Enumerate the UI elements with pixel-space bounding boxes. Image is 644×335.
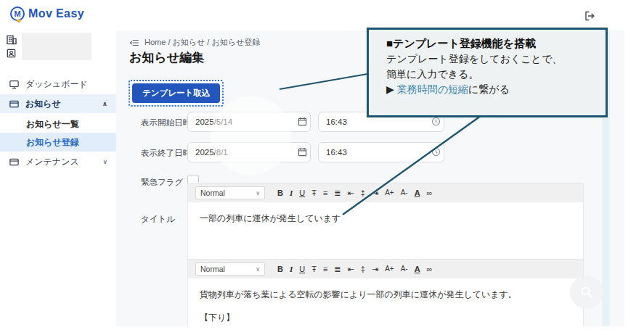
sidebar-item-notice[interactable]: お知らせ ∧ — [0, 94, 116, 113]
title-editor-content[interactable]: 一部の列車に運休が発生しています — [188, 202, 583, 234]
italic-button[interactable]: I — [290, 189, 293, 197]
bold-button[interactable]: B — [277, 265, 283, 273]
body-line: 貨物列車が落ち葉による空転の影響により一部の列車に運休が発生しています。 — [200, 288, 571, 301]
callout-title: ■テンプレート登録機能を搭載 — [386, 36, 600, 51]
end-time-input[interactable] — [318, 142, 444, 162]
callout-line: 簡単に入力できる。 — [386, 67, 600, 82]
callout-arrow: ▶ — [386, 83, 397, 95]
body-editor: Normal ∨ B I U Ŧ ≡ ≣ ⇤ ‡ ⇥ A+ A- A ∞ 貨物列… — [187, 259, 584, 326]
rich-text-toolbar: Normal ∨ B I U Ŧ ≡ ≣ ⇤ ‡ ⇥ A+ A- A ∞ — [188, 183, 583, 202]
sidebar-item-notice-register[interactable]: お知らせ登録 — [0, 133, 116, 152]
chevron-down-icon: ∨ — [256, 190, 260, 197]
sidebar-item-label: メンテナンス — [25, 156, 79, 168]
start-date-input[interactable] — [187, 112, 311, 132]
font-decrease-button[interactable]: A- — [401, 265, 408, 273]
strikethrough-button[interactable]: Ŧ — [311, 265, 317, 273]
link-button[interactable]: ∞ — [427, 189, 433, 197]
template-import-button[interactable]: テンプレート取込 — [132, 83, 220, 103]
callout-highlight-text: 業務時間の短縮 — [397, 83, 468, 95]
company-name-redacted — [22, 33, 91, 60]
sidebar-item-label: ダッシュボード — [25, 78, 88, 91]
paragraph-style-select[interactable]: Normal ∨ — [195, 186, 265, 199]
bullet-list-button[interactable]: ≡ — [323, 189, 327, 197]
callout-line: ▶ 業務時間の短縮に繋がる — [386, 82, 600, 97]
rich-text-toolbar: Normal ∨ B I U Ŧ ≡ ≣ ⇤ ‡ ⇥ A+ A- A ∞ — [188, 260, 583, 278]
sidebar: ダッシュボード お知らせ ∧ お知らせ一覧 お知らせ登録 メンテナンス ∨ — [0, 30, 116, 326]
sidebar-item-maintenance[interactable]: メンテナンス ∨ — [0, 152, 116, 171]
link-button[interactable]: ∞ — [427, 265, 433, 273]
body-line: 【下り】 — [200, 311, 571, 324]
end-date-input[interactable] — [187, 142, 311, 162]
sidebar-item-label: お知らせ登録 — [26, 136, 79, 149]
paragraph-style-select[interactable]: Normal ∨ — [195, 262, 265, 276]
top-header: M Mov Easy — [0, 0, 644, 30]
sidebar-item-dashboard[interactable]: ダッシュボード — [0, 75, 116, 94]
breadcrumb-path: Home / お知らせ / お知らせ登録 — [144, 37, 260, 48]
underline-button[interactable]: U — [299, 265, 305, 273]
annotation-callout: ■テンプレート登録機能を搭載 テンプレート登録をしておくことで、 簡単に入力でき… — [367, 28, 608, 117]
outdent-button[interactable]: ⇤ — [348, 265, 354, 273]
indent-button[interactable]: ⇥ — [372, 265, 378, 273]
logo-text: Mov Easy — [28, 7, 84, 20]
notice-icon — [9, 99, 20, 109]
display-end-label: 表示終了日時 — [141, 148, 191, 159]
font-increase-button[interactable]: A+ — [385, 265, 394, 273]
sidebar-item-label: お知らせ — [25, 98, 61, 110]
strikethrough-button[interactable]: Ŧ — [311, 189, 317, 197]
organization-icon — [6, 34, 17, 46]
dashboard-icon — [9, 79, 20, 90]
bold-button[interactable]: B — [277, 189, 283, 197]
ordered-list-button[interactable]: ≣ — [334, 189, 341, 197]
line-spacing-button[interactable]: ‡ — [361, 265, 365, 273]
sidebar-item-label: お知らせ一覧 — [26, 118, 79, 131]
logout-icon[interactable] — [584, 10, 595, 22]
app-window: M Mov Easy — [0, 0, 644, 335]
chevron-down-icon[interactable]: ∨ — [102, 158, 107, 165]
italic-button[interactable]: I — [290, 265, 293, 273]
breadcrumb[interactable]: Home / お知らせ / お知らせ登録 — [129, 37, 260, 48]
callout-suffix: に繋がる — [468, 83, 510, 95]
user-badge-icon — [6, 48, 17, 59]
template-import-highlight: テンプレート取込 — [129, 80, 224, 107]
outdent-button[interactable]: ⇤ — [348, 189, 354, 197]
bullet-list-button[interactable]: ≡ — [323, 265, 327, 273]
breadcrumb-back-icon — [129, 38, 139, 48]
maintenance-icon — [9, 157, 20, 168]
chevron-down-icon: ∨ — [256, 266, 260, 273]
display-start-label: 表示開始日時 — [141, 117, 191, 128]
font-decrease-button[interactable]: A- — [401, 189, 408, 197]
urgent-flag-label: 緊急フラグ — [141, 177, 183, 188]
ordered-list-button[interactable]: ≣ — [334, 265, 341, 273]
paragraph-style-value: Normal — [200, 189, 225, 197]
logo-mark-icon: M — [10, 7, 25, 21]
body-editor-content[interactable]: 貨物列車が落ち葉による空転の影響により一部の列車に運休が発生しています。 【下り… — [188, 278, 583, 326]
paragraph-style-value: Normal — [200, 265, 225, 273]
page-title: お知らせ編集 — [129, 49, 204, 66]
underline-button[interactable]: U — [299, 189, 305, 197]
callout-line: テンプレート登録をしておくことで、 — [386, 51, 600, 67]
sidebar-item-notice-list[interactable]: お知らせ一覧 — [0, 115, 116, 133]
font-increase-button[interactable]: A+ — [385, 189, 394, 197]
text-color-button[interactable]: A — [415, 189, 420, 197]
indent-button[interactable]: ⇥ — [372, 189, 378, 197]
app-logo: M Mov Easy — [10, 7, 84, 21]
chevron-up-icon[interactable]: ∧ — [102, 100, 107, 107]
title-label: タイトル — [141, 214, 175, 225]
line-spacing-button[interactable]: ‡ — [361, 189, 365, 197]
text-color-button[interactable]: A — [415, 265, 420, 273]
